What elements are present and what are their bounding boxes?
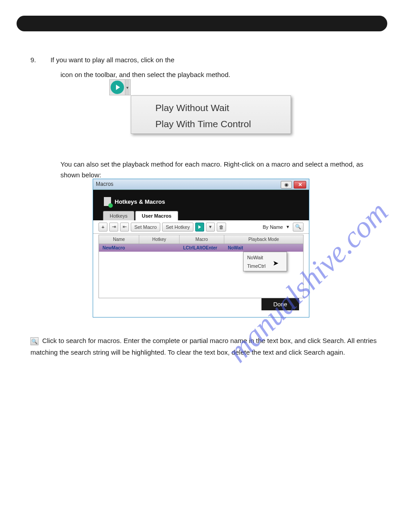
search-toolbar-button[interactable]: 🔍: [293, 223, 304, 232]
cell-playback: NoWait: [224, 245, 303, 250]
dialog-titlebar: Macros ◉ ✕: [93, 179, 309, 190]
step-9-text-b: icon on the toolbar, and then select the…: [60, 69, 230, 80]
export-button[interactable]: ⇤: [120, 223, 129, 232]
done-button[interactable]: Done: [261, 298, 299, 310]
dialog-title-text: Macros: [96, 181, 113, 188]
macros-table: Name Hotkey Macro Playback Mode NewMacro…: [98, 235, 304, 298]
section-header-bar: [17, 16, 387, 31]
menu-item-play-with-time-control[interactable]: Play With Time Control: [155, 116, 291, 132]
tab-user-macros[interactable]: User Macros: [135, 211, 178, 220]
play-toolbar-button[interactable]: [195, 223, 204, 232]
play-dropdown-menu: Play Without Wait Play With Time Control: [131, 95, 291, 134]
chevron-down-icon[interactable]: ▾: [125, 80, 129, 95]
dialog-black-header: Hotkeys & Macros Hotkeys User Macros: [93, 190, 309, 220]
col-playback[interactable]: Playback Mode: [224, 235, 303, 244]
set-hotkey-button[interactable]: Set Hotkey: [162, 223, 193, 232]
menu-item-play-without-wait[interactable]: Play Without Wait: [155, 100, 291, 116]
dialog-toolbar: + ⇥ ⇤ Set Macro Set Hotkey ▾ 🗑 By Name ▾…: [93, 220, 309, 234]
step-9-number: 9.: [30, 56, 36, 64]
table-row[interactable]: NewMacro LCtrlLAltOEnter NoWait: [99, 244, 303, 252]
play-dropdown-figure: ▾ Play Without Wait Play With Time Contr…: [109, 79, 294, 137]
document-icon: [104, 197, 111, 206]
close-button[interactable]: ✕: [294, 181, 306, 189]
step-number-line: 9. If you want to play all macros, click…: [30, 56, 174, 64]
col-hotkey[interactable]: Hotkey: [139, 235, 180, 244]
table-header: Name Hotkey Macro Playback Mode: [99, 235, 303, 244]
step-9-text-a: If you want to play all macros, click on…: [51, 56, 175, 64]
sort-chevron-icon[interactable]: ▾: [287, 224, 289, 230]
search-text: Click to search for macros. Enter the co…: [30, 337, 377, 356]
context-menu: NoWait TimeCtrl: [243, 252, 287, 271]
header-label: Hotkeys & Macros: [115, 198, 165, 205]
play-icon: [111, 81, 124, 94]
macros-dialog: Macros ◉ ✕ Hotkeys & Macros Hotkeys User…: [93, 179, 309, 317]
cell-name: NewMacro: [99, 245, 139, 250]
playback-method-text: You can also set the playback method for…: [60, 159, 383, 180]
search-paragraph: 🔍 Click to search for macros. Enter the …: [30, 335, 389, 358]
cursor-icon: ➤: [273, 259, 278, 267]
play-dropdown-chevron[interactable]: ▾: [206, 223, 215, 232]
eye-icon[interactable]: ◉: [281, 181, 292, 189]
search-icon: 🔍: [30, 337, 39, 345]
delete-button[interactable]: 🗑: [217, 223, 226, 232]
cell-macro: LCtrlLAltOEnter: [180, 245, 224, 250]
col-name[interactable]: Name: [99, 235, 139, 244]
play-button[interactable]: ▾: [109, 79, 131, 95]
import-button[interactable]: ⇥: [109, 223, 118, 232]
add-button[interactable]: +: [98, 223, 107, 232]
col-macro[interactable]: Macro: [180, 235, 224, 244]
set-macro-button[interactable]: Set Macro: [131, 223, 160, 232]
tab-hotkeys[interactable]: Hotkeys: [103, 211, 134, 220]
sort-label[interactable]: By Name: [263, 224, 283, 230]
